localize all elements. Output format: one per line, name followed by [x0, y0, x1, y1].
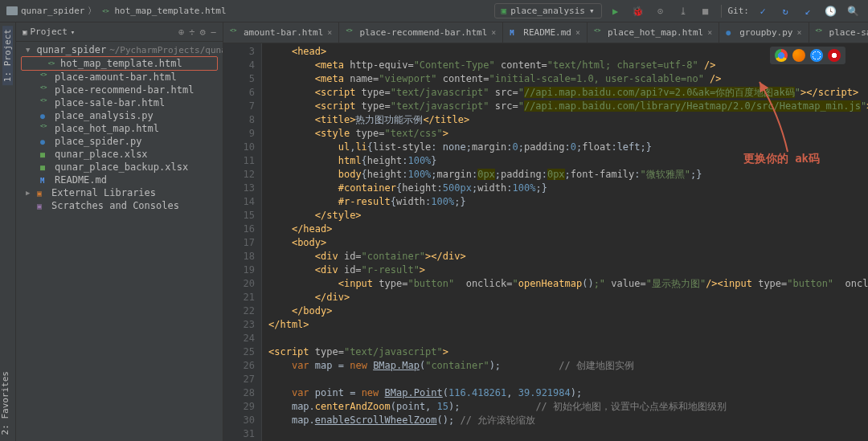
- line-number[interactable]: 6: [227, 86, 255, 100]
- git-pull-icon[interactable]: ↙: [799, 2, 817, 20]
- line-number[interactable]: 22: [227, 304, 255, 318]
- code-line[interactable]: <div id="container"></div>: [268, 250, 868, 263]
- search-icon[interactable]: 🔍: [844, 2, 862, 20]
- line-number[interactable]: 12: [227, 168, 255, 182]
- code-line[interactable]: </body>: [268, 304, 868, 318]
- code-area[interactable]: <head> <meta http-equiv="Content-Type" c…: [262, 43, 868, 441]
- line-number[interactable]: 13: [227, 182, 255, 195]
- line-number[interactable]: 7: [227, 100, 255, 113]
- tree-file[interactable]: qunar_place.xlsx: [16, 148, 223, 161]
- code-line[interactable]: <div id="r-result">: [268, 263, 868, 277]
- tree-file[interactable]: place_analysis.py: [16, 109, 223, 122]
- code-line[interactable]: var map = new BMap.Map("container"); // …: [268, 359, 868, 373]
- code-line[interactable]: </style>: [268, 209, 868, 223]
- project-tab[interactable]: 1: Project: [2, 26, 13, 85]
- breadcrumb-file[interactable]: hot_map_template.html: [114, 6, 226, 16]
- line-number[interactable]: 26: [227, 359, 255, 373]
- code-line[interactable]: </head>: [268, 223, 868, 236]
- line-number[interactable]: 4: [227, 59, 255, 72]
- tree-file[interactable]: qunar_place_backup.xlsx: [16, 161, 223, 174]
- collapse-icon[interactable]: ÷: [189, 27, 194, 38]
- close-icon[interactable]: ×: [491, 28, 496, 37]
- code-line[interactable]: <body>: [268, 236, 868, 250]
- editor-tab[interactable]: README.md×: [503, 22, 588, 43]
- code-line[interactable]: map.centerAndZoom(point, 15); // 初始化地图，设…: [268, 400, 868, 414]
- code-line[interactable]: [268, 427, 868, 441]
- tree-scratches[interactable]: Scratches and Consoles: [16, 199, 223, 212]
- run-config-selector[interactable]: ▣ place_analysis ▾: [494, 3, 602, 18]
- line-number[interactable]: 14: [227, 195, 255, 209]
- line-number[interactable]: 9: [227, 127, 255, 141]
- close-icon[interactable]: ×: [707, 28, 712, 37]
- line-number[interactable]: 29: [227, 400, 255, 414]
- line-number[interactable]: 18: [227, 250, 255, 263]
- line-number[interactable]: 28: [227, 386, 255, 400]
- line-number[interactable]: 21: [227, 291, 255, 304]
- line-number[interactable]: 27: [227, 373, 255, 386]
- git-update-icon[interactable]: ↻: [776, 2, 794, 20]
- breadcrumb-folder[interactable]: qunar_spider: [21, 6, 84, 16]
- code-line[interactable]: </html>: [268, 318, 868, 332]
- tree-file-hot-map-template[interactable]: hot_map_template.html: [22, 57, 217, 70]
- code-line[interactable]: #container{height:500px;width:100%;}: [268, 182, 868, 195]
- tree-external-libraries[interactable]: ▶ External Libraries: [16, 186, 223, 199]
- code-line[interactable]: <script type="text/javascript" src="//ap…: [268, 86, 868, 100]
- tree-file[interactable]: place-amount-bar.html: [16, 71, 223, 84]
- gear-icon[interactable]: ⚙: [200, 27, 206, 38]
- close-icon[interactable]: ×: [575, 28, 580, 37]
- run-button[interactable]: ▶: [607, 2, 624, 20]
- line-number[interactable]: 15: [227, 209, 255, 223]
- line-number[interactable]: 23: [227, 318, 255, 332]
- opera-icon[interactable]: [828, 49, 841, 62]
- code-line[interactable]: </div>: [268, 291, 868, 304]
- close-icon[interactable]: ×: [796, 28, 801, 37]
- project-title[interactable]: ▣ Project ▾: [23, 27, 174, 37]
- code-line[interactable]: <style type="text/css">: [268, 127, 868, 141]
- tree-file[interactable]: place_spider.py: [16, 135, 223, 148]
- line-number[interactable]: 16: [227, 223, 255, 236]
- code-line[interactable]: <title>热力图功能示例</title>: [268, 113, 868, 127]
- editor-tab[interactable]: place_hot_map.html×: [588, 22, 719, 43]
- debug-button[interactable]: 🐞: [629, 2, 647, 20]
- editor-tab[interactable]: place-sale-bar.html×: [809, 22, 868, 43]
- editor-tab[interactable]: amount-bar.html×: [223, 22, 339, 43]
- tree-file[interactable]: README.md: [16, 174, 223, 186]
- code-line[interactable]: <meta name="viewport" content="initial-s…: [268, 72, 868, 86]
- close-icon[interactable]: ×: [327, 28, 332, 37]
- tree-file[interactable]: place_hot_map.html: [16, 122, 223, 135]
- safari-icon[interactable]: [810, 49, 823, 62]
- line-number[interactable]: 24: [227, 332, 255, 345]
- git-commit-icon[interactable]: ✓: [754, 2, 772, 20]
- line-number[interactable]: 30: [227, 414, 255, 427]
- line-number[interactable]: 20: [227, 277, 255, 291]
- line-number[interactable]: 31: [227, 427, 255, 441]
- line-number[interactable]: 19: [227, 263, 255, 277]
- line-number[interactable]: 11: [227, 154, 255, 168]
- code-line[interactable]: <script type="text/javascript">: [268, 345, 868, 359]
- code-line[interactable]: <script type="text/javascript" src="//ap…: [268, 100, 868, 113]
- firefox-icon[interactable]: [792, 49, 805, 62]
- code-line[interactable]: var point = new BMap.Point(116.418261, 3…: [268, 386, 868, 400]
- stop-button[interactable]: ■: [697, 2, 714, 20]
- code-line[interactable]: map.enableScrollWheelZoom(); // 允许滚轮缩放: [268, 414, 868, 427]
- line-number[interactable]: 3: [227, 45, 255, 59]
- code-line[interactable]: [268, 332, 868, 345]
- editor-tab[interactable]: place-recommend-bar.html×: [339, 22, 503, 43]
- code-line[interactable]: body{height:100%;margin:0px;padding:0px;…: [268, 168, 868, 182]
- tree-file[interactable]: place-sale-bar.html: [16, 96, 223, 109]
- hide-icon[interactable]: −: [211, 27, 216, 38]
- line-number[interactable]: 17: [227, 236, 255, 250]
- target-icon[interactable]: ⊕: [178, 27, 184, 38]
- editor-tab[interactable]: groupby.py×: [719, 22, 809, 43]
- code-line[interactable]: <input type="button" onclick="openHeatma…: [268, 277, 868, 291]
- line-number[interactable]: 10: [227, 141, 255, 154]
- clock-icon[interactable]: 🕓: [821, 2, 839, 20]
- code-line[interactable]: #r-result{width:100%;}: [268, 195, 868, 209]
- favorites-tab[interactable]: 2: Favorites: [0, 371, 10, 435]
- code-line[interactable]: [268, 373, 868, 386]
- chrome-icon[interactable]: [775, 49, 788, 62]
- tree-root[interactable]: ▼ qunar_spider ~/PycharmProjects/qunar_s…: [16, 43, 223, 56]
- profile-button[interactable]: ⊙: [652, 2, 669, 20]
- attach-button[interactable]: ⤓: [674, 2, 692, 20]
- tree-file[interactable]: place-recommend-bar.html: [16, 84, 223, 96]
